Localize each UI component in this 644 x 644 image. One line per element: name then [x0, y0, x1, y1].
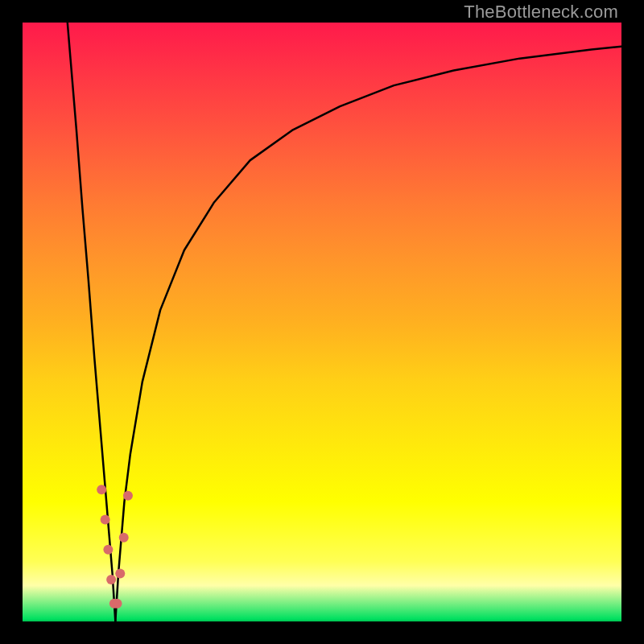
curves-svg	[23, 23, 621, 621]
chart-frame: TheBottleneck.com	[0, 0, 644, 644]
highlight-dot	[113, 599, 122, 609]
curve-left-branch	[68, 23, 116, 621]
highlight-dot	[101, 515, 110, 525]
highlight-dot	[103, 545, 113, 555]
curve-right-branch	[115, 47, 621, 621]
watermark-text: TheBottleneck.com	[464, 2, 618, 23]
highlight-dot	[123, 491, 133, 501]
highlight-dot	[106, 575, 116, 584]
highlight-dot	[115, 568, 125, 578]
highlight-dot	[119, 533, 129, 543]
highlight-dot	[97, 485, 106, 494]
plot-area	[23, 23, 621, 621]
